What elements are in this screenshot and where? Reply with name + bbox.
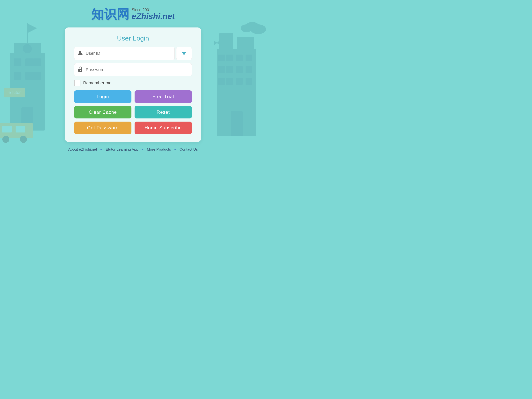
home-subscribe-button[interactable]: Home Subscribe (134, 122, 192, 134)
footer-more-link[interactable]: More Products (147, 147, 171, 152)
svg-point-38 (217, 41, 225, 45)
logo-right: Since 2001 eZhishi.net (132, 8, 175, 21)
svg-rect-7 (14, 72, 21, 80)
svg-rect-32 (226, 78, 233, 85)
user-icon (77, 50, 83, 57)
svg-rect-1 (14, 43, 41, 55)
logo-since: Since 2001 (132, 8, 151, 12)
svg-rect-22 (246, 55, 252, 61)
login-card: User Login (65, 27, 201, 142)
svg-rect-5 (25, 58, 33, 66)
user-id-row (74, 47, 192, 60)
svg-marker-3 (27, 23, 37, 33)
svg-point-35 (250, 24, 266, 34)
free-trial-button[interactable]: Free Trial (134, 90, 192, 103)
password-input-wrapper (74, 63, 192, 76)
svg-point-37 (241, 24, 252, 32)
svg-rect-27 (236, 66, 243, 73)
svg-rect-28 (226, 66, 233, 73)
svg-rect-17 (2, 126, 12, 133)
svg-rect-6 (33, 58, 41, 66)
card-title: User Login (74, 34, 192, 42)
button-grid: Login Free Trial Clear Cache Reset Get P… (74, 90, 192, 134)
remember-me-row: Remember me (74, 80, 192, 86)
user-id-dropdown-button[interactable] (176, 47, 192, 60)
svg-rect-21 (219, 33, 233, 53)
svg-rect-14 (0, 123, 33, 138)
svg-point-16 (20, 136, 27, 143)
svg-rect-11 (21, 107, 33, 130)
password-input[interactable] (86, 67, 189, 72)
user-id-input[interactable] (86, 51, 171, 56)
chevron-down-icon (181, 52, 187, 55)
lock-icon (77, 66, 83, 74)
remember-me-checkbox[interactable] (74, 80, 80, 86)
svg-point-36 (246, 22, 259, 31)
svg-rect-26 (246, 66, 252, 73)
svg-rect-34 (231, 111, 243, 136)
svg-rect-43 (80, 70, 81, 71)
svg-rect-12 (4, 88, 25, 97)
header: 知识网 Since 2001 eZhishi.net (91, 6, 175, 23)
svg-text:eTutor: eTutor (9, 90, 21, 95)
svg-rect-18 (16, 126, 25, 133)
svg-rect-31 (236, 78, 243, 85)
svg-rect-19 (217, 49, 256, 136)
clear-cache-button[interactable]: Clear Cache (74, 106, 132, 118)
footer-dot-3 (174, 149, 176, 150)
logo-domain: eZhishi.net (132, 12, 175, 21)
footer-contact-link[interactable]: Contact Us (180, 147, 198, 152)
logo-chinese: 知识网 (91, 6, 130, 23)
svg-rect-8 (25, 72, 33, 80)
svg-point-10 (22, 44, 32, 54)
svg-rect-24 (226, 55, 233, 61)
svg-point-15 (2, 136, 9, 143)
svg-marker-39 (214, 41, 217, 45)
svg-rect-0 (10, 53, 45, 130)
svg-rect-9 (33, 72, 41, 80)
svg-rect-29 (218, 66, 225, 73)
reset-button[interactable]: Reset (134, 106, 192, 118)
svg-rect-25 (218, 55, 225, 61)
footer-about-link[interactable]: About eZhishi.net (68, 147, 97, 152)
remember-me-label: Remember me (83, 80, 111, 85)
footer-dot-1 (101, 149, 102, 150)
footer: About eZhishi.net Etutor Learning App Mo… (68, 147, 198, 152)
footer-dot-2 (142, 149, 143, 150)
footer-etutor-link[interactable]: Etutor Learning App (106, 147, 138, 152)
svg-rect-30 (246, 78, 252, 85)
get-password-button[interactable]: Get Password (74, 122, 132, 134)
user-id-input-wrapper (74, 47, 175, 60)
svg-rect-20 (237, 37, 254, 53)
svg-point-40 (79, 51, 81, 53)
svg-rect-4 (14, 58, 21, 66)
login-button[interactable]: Login (74, 90, 132, 103)
svg-rect-23 (236, 55, 243, 61)
svg-rect-33 (218, 78, 225, 85)
